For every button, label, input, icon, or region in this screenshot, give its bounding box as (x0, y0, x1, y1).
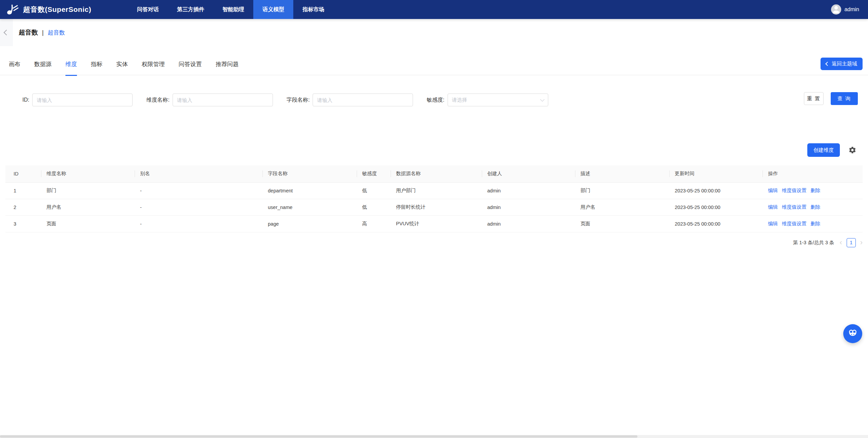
sensitivity-select[interactable]: 请选择 (448, 93, 548, 106)
cell-creator: admin (482, 182, 575, 199)
cell-dimension-name: 部门 (41, 182, 135, 199)
pagination-next-icon[interactable]: › (860, 239, 863, 246)
search-button[interactable]: 查 询 (831, 92, 858, 105)
col-updated-time: 更新时间 (669, 165, 763, 182)
robot-icon (847, 328, 859, 340)
tab-entity[interactable]: 实体 (116, 60, 128, 76)
filter-band: ID: 维度名称: 字段名称: 敏感度: 请选择 重 置 查 询 (0, 75, 868, 119)
brand: 超音数(SuperSonic) (0, 4, 91, 15)
user-menu[interactable]: admin (831, 4, 868, 15)
breadcrumb-band: 超音数 | 超音数 (0, 19, 868, 46)
col-field-name: 字段名称 (262, 165, 357, 182)
nav-item-qa-dialog[interactable]: 问答对话 (128, 0, 168, 19)
cell-id: 3 (5, 215, 41, 232)
edit-link[interactable]: 编辑 (768, 221, 778, 226)
field-name-input[interactable] (313, 93, 413, 106)
cell-sensitivity: 低 (357, 199, 391, 215)
cell-alias: - (135, 182, 262, 199)
filter-group-dimension-name: 维度名称: (146, 93, 273, 106)
dimension-value-settings-link[interactable]: 维度值设置 (782, 221, 807, 226)
tab-datasource[interactable]: 数据源 (34, 60, 52, 76)
id-input[interactable] (32, 93, 133, 106)
cell-datasource: PVUV统计 (391, 215, 482, 232)
filter-group-field-name: 字段名称: (287, 93, 413, 106)
tabs-band: 画布 数据源 维度 指标 实体 权限管理 问答设置 推荐问题 返回主题域 (0, 46, 868, 75)
tab-recommended-questions[interactable]: 推荐问题 (216, 60, 239, 76)
id-filter-label: ID: (22, 97, 29, 103)
return-to-domain-label: 返回主题域 (832, 61, 857, 67)
table-row: 1 部门 - department 低 用户部门 admin 部门 2023-0… (5, 182, 863, 199)
assistant-float-button[interactable] (843, 324, 862, 343)
pagination: 第 1-3 条/总共 3 条 ‹ 1 › (0, 238, 868, 247)
cell-alias: - (135, 199, 262, 215)
nav-item-third-party-plugin[interactable]: 第三方插件 (168, 0, 213, 19)
gear-icon (848, 146, 856, 154)
col-sensitivity: 敏感度 (357, 165, 391, 182)
user-avatar-icon (831, 4, 841, 15)
tab-metric[interactable]: 指标 (91, 60, 102, 76)
col-dimension-name: 维度名称 (41, 165, 135, 182)
cell-description: 部门 (575, 182, 669, 199)
create-dimension-button[interactable]: 创建维度 (807, 143, 840, 157)
back-gutter[interactable] (0, 19, 13, 46)
dimension-value-settings-link[interactable]: 维度值设置 (782, 204, 807, 210)
cell-updated-time: 2023-05-25 00:00:00 (669, 199, 763, 215)
tab-permission[interactable]: 权限管理 (142, 60, 165, 76)
filter-group-id: ID: (22, 93, 133, 106)
reset-button[interactable]: 重 置 (804, 92, 824, 105)
horizontal-scrollbar[interactable] (0, 435, 868, 438)
edit-link[interactable]: 编辑 (768, 188, 778, 193)
cell-field-name: user_name (262, 199, 357, 215)
cell-operations: 编辑维度值设置删除 (763, 182, 863, 199)
table-header-row: ID 维度名称 别名 字段名称 敏感度 数据源名称 创建人 描述 更新时间 操作 (5, 165, 863, 182)
delete-link[interactable]: 删除 (811, 188, 821, 193)
nav-item-semantic-model[interactable]: 语义模型 (253, 0, 293, 19)
cell-sensitivity: 低 (357, 182, 391, 199)
tab-dimension[interactable]: 维度 (65, 60, 77, 76)
breadcrumb-link[interactable]: 超音数 (48, 29, 65, 37)
nav-item-metric-market[interactable]: 指标市场 (293, 0, 333, 19)
cell-datasource: 停留时长统计 (391, 199, 482, 215)
cell-sensitivity: 高 (357, 215, 391, 232)
dimension-value-settings-link[interactable]: 维度值设置 (782, 188, 807, 193)
cell-operations: 编辑维度值设置删除 (763, 215, 863, 232)
supersonic-logo-icon (6, 4, 19, 15)
cell-creator: admin (482, 199, 575, 215)
field-name-filter-label: 字段名称: (287, 97, 310, 104)
col-creator: 创建人 (482, 165, 575, 182)
cell-alias: - (135, 215, 262, 232)
cell-id: 2 (5, 199, 41, 215)
pagination-prev-icon[interactable]: ‹ (840, 239, 842, 246)
pagination-page-1[interactable]: 1 (847, 238, 856, 247)
delete-link[interactable]: 删除 (811, 204, 821, 210)
tab-qa-settings[interactable]: 问答设置 (179, 60, 202, 76)
cell-dimension-name: 用户名 (41, 199, 135, 215)
user-name: admin (844, 6, 859, 13)
page: 超音数(SuperSonic) 问答对话 第三方插件 智能助理 语义模型 指标市… (0, 0, 868, 438)
return-to-domain-button[interactable]: 返回主题域 (821, 58, 863, 70)
dimension-name-filter-label: 维度名称: (146, 97, 169, 104)
breadcrumb: 超音数 | 超音数 (13, 19, 65, 46)
col-datasource-name: 数据源名称 (391, 165, 482, 182)
cell-description: 用户名 (575, 199, 669, 215)
horizontal-scrollbar-thumb[interactable] (0, 435, 637, 438)
page-title: 超音数 (19, 28, 38, 37)
column-settings-button[interactable] (848, 146, 856, 154)
tab-canvas[interactable]: 画布 (9, 60, 20, 76)
cell-id: 1 (5, 182, 41, 199)
top-navbar: 超音数(SuperSonic) 问答对话 第三方插件 智能助理 语义模型 指标市… (0, 0, 868, 19)
table-toolbar: 创建维度 (0, 143, 868, 157)
dimension-name-input[interactable] (173, 93, 273, 106)
cell-operations: 编辑维度值设置删除 (763, 199, 863, 215)
cell-field-name: department (262, 182, 357, 199)
dimension-table: ID 维度名称 别名 字段名称 敏感度 数据源名称 创建人 描述 更新时间 操作… (5, 165, 863, 232)
filter-actions: 重 置 查 询 (804, 92, 858, 105)
nav-item-intelligent-assistant[interactable]: 智能助理 (213, 0, 253, 19)
cell-dimension-name: 页面 (41, 215, 135, 232)
table-row: 3 页面 - page 高 PVUV统计 admin 页面 2023-05-25… (5, 215, 863, 232)
edit-link[interactable]: 编辑 (768, 204, 778, 210)
cell-updated-time: 2023-05-25 00:00:00 (669, 215, 763, 232)
col-operations: 操作 (763, 165, 863, 182)
delete-link[interactable]: 删除 (811, 221, 821, 226)
sensitivity-filter-label: 敏感度: (427, 97, 444, 104)
